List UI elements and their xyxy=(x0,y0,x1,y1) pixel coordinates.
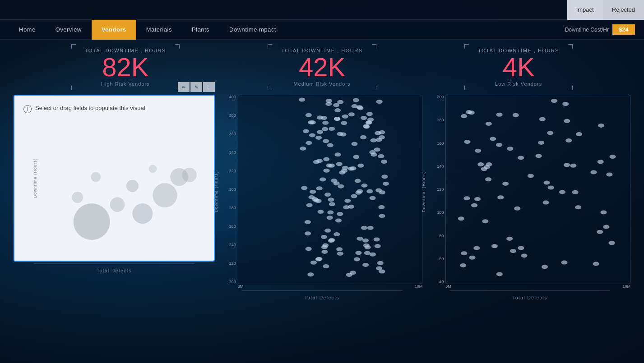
scatter-dot xyxy=(497,195,504,199)
high-risk-x-label: Total Defects xyxy=(97,268,131,273)
toolbar-btn-3[interactable]: ⋮ xyxy=(203,82,215,92)
scatter-dot xyxy=(469,256,476,260)
scatter-dot xyxy=(466,110,472,114)
kpi-medium-risk-value: 42K xyxy=(299,54,345,80)
nav-materials[interactable]: Materials xyxy=(136,20,182,40)
scatter-dot xyxy=(370,138,376,142)
scatter-dot xyxy=(379,190,385,194)
scatter-dot xyxy=(362,263,369,267)
low-risk-scatter[interactable] xyxy=(445,95,630,284)
nav-overview[interactable]: Overview xyxy=(46,20,92,40)
scatter-dot xyxy=(353,257,360,262)
scatter-dot xyxy=(333,103,339,107)
medium-scatter-svg xyxy=(238,95,422,284)
scatter-dot xyxy=(341,169,347,173)
scatter-dot xyxy=(496,143,502,147)
high-risk-chart-panel: ✏ ✎ ⋮ i Select or drag fields to populat… xyxy=(14,95,215,273)
scatter-dot xyxy=(474,197,481,201)
scatter-dot xyxy=(369,196,375,200)
scatter-dot xyxy=(598,160,604,164)
rejected-button[interactable]: Rejected xyxy=(603,0,644,20)
low-x-ticks: 5M 10M xyxy=(429,284,630,289)
divider-bottom xyxy=(34,263,195,264)
toolbar-btn-1[interactable]: ✏ xyxy=(178,82,190,92)
impact-button[interactable]: Impact xyxy=(567,0,603,20)
scatter-dot xyxy=(481,167,487,171)
low-y-100: 100 xyxy=(437,210,444,215)
scatter-dot xyxy=(597,230,603,234)
medium-y-280: 280 xyxy=(229,206,236,210)
float-toolbar: ✏ ✎ ⋮ xyxy=(178,82,215,92)
scatter-dot xyxy=(572,190,579,194)
scatter-dot xyxy=(351,194,357,198)
low-y-200: 200 xyxy=(437,95,444,99)
medium-y-360: 360 xyxy=(229,132,236,136)
scatter-dot xyxy=(348,167,354,171)
scatter-dot xyxy=(311,197,318,201)
low-y-160: 160 xyxy=(437,141,444,146)
scatter-dot xyxy=(528,174,534,178)
low-y-40: 40 xyxy=(439,280,444,284)
scatter-dot xyxy=(496,272,503,276)
scatter-dot xyxy=(334,117,340,121)
scatter-dot xyxy=(548,186,554,190)
scatter-dot xyxy=(539,117,546,121)
scatter-dot xyxy=(542,265,548,269)
medium-risk-scatter[interactable] xyxy=(238,95,423,284)
scatter-dot xyxy=(300,147,306,151)
scatter-dot xyxy=(357,237,363,241)
scatter-dot xyxy=(477,162,484,166)
nav-plants[interactable]: Plants xyxy=(182,20,219,40)
downtime-cost-label: Downtime Cost/Hr xyxy=(565,27,609,33)
nav-bar: Home Overview Vendors Materials Plants D… xyxy=(0,20,644,40)
scatter-dot xyxy=(308,120,314,124)
scatter-dot xyxy=(329,238,335,242)
scatter-dot xyxy=(381,160,387,164)
high-risk-scatter[interactable]: i Select or drag fields to populate this… xyxy=(14,95,215,262)
nav-home[interactable]: Home xyxy=(9,20,46,40)
scatter-dot xyxy=(341,121,347,125)
y-axis-indicator: Downtime (Hours) xyxy=(33,158,37,198)
scatter-dot xyxy=(518,156,524,160)
scatter-dot xyxy=(379,130,385,134)
scatter-dot xyxy=(471,203,477,207)
low-y-label: Downtime (Hours) xyxy=(422,171,426,212)
kpi-high-risk: Total Downtime , Hours 82K High Risk Ven… xyxy=(76,44,175,90)
scatter-dot xyxy=(458,216,464,221)
nav-vendors[interactable]: Vendors xyxy=(92,20,136,40)
scatter-dot xyxy=(361,184,367,188)
low-y-60: 60 xyxy=(439,257,444,261)
scatter-dot xyxy=(307,272,314,276)
empty-dot xyxy=(110,198,125,212)
scatter-dot xyxy=(364,245,371,249)
scatter-dot xyxy=(363,125,370,129)
low-x-5m: 5M xyxy=(445,284,451,289)
right-controls: Downtime Cost/Hr $24 xyxy=(565,24,635,35)
scatter-dot xyxy=(323,157,329,161)
nav-downtime-impact[interactable]: DowntimeImpact xyxy=(219,20,286,40)
scatter-dot xyxy=(344,199,351,203)
scatter-dot xyxy=(315,136,322,140)
empty-visual-text: Select or drag fields to populate this v… xyxy=(35,105,145,111)
scatter-dot xyxy=(374,147,380,152)
scatter-dot xyxy=(591,170,597,175)
scatter-dot xyxy=(322,121,329,125)
scatter-dot xyxy=(326,216,333,220)
chart-row: ✏ ✎ ⋮ i Select or drag fields to populat… xyxy=(0,90,644,363)
toolbar-btn-2[interactable]: ✎ xyxy=(190,82,202,92)
low-y-140: 140 xyxy=(437,164,444,169)
scatter-dot xyxy=(461,251,468,255)
scatter-dot xyxy=(310,261,316,265)
scatter-dot xyxy=(361,226,367,230)
low-risk-chart-panel: Downtime (Hours) 200 180 160 140 120 100… xyxy=(429,95,630,300)
medium-y-220: 220 xyxy=(229,261,236,266)
scatter-dot xyxy=(491,244,498,248)
scatter-dot xyxy=(301,186,307,190)
medium-y-label: Downtime (Hours) xyxy=(214,171,218,212)
downtime-cost-value: $24 xyxy=(612,24,635,35)
scatter-dot xyxy=(464,140,471,144)
scatter-dot xyxy=(485,177,491,181)
empty-dot xyxy=(148,165,157,173)
scatter-dot xyxy=(460,263,467,267)
low-y-axis: Downtime (Hours) 200 180 160 140 120 100… xyxy=(429,95,445,284)
